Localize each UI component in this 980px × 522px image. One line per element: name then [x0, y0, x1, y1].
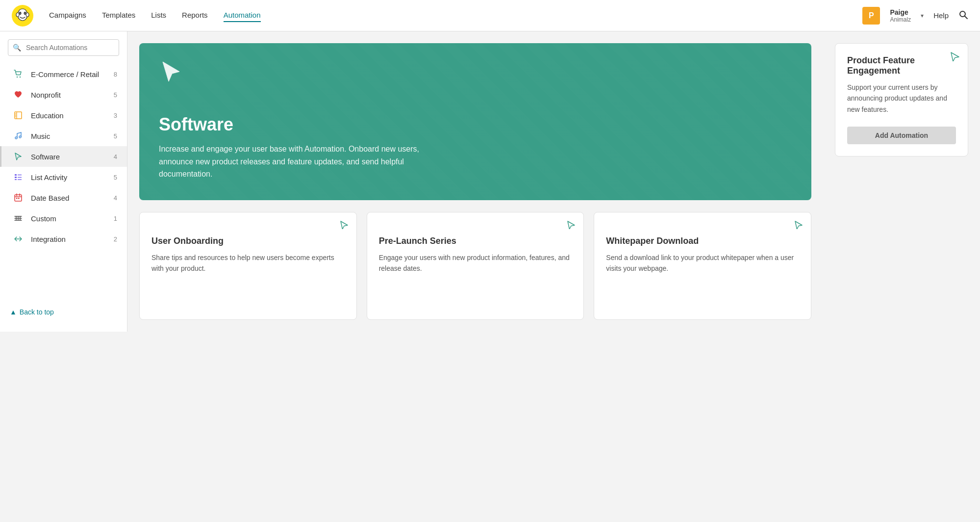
sidebar-item-integration[interactable]: Integration 2 [0, 229, 127, 249]
list-icon [11, 173, 25, 182]
sidebar-software-label: Software [31, 153, 114, 161]
sidebar-item-music[interactable]: Music 5 [0, 126, 127, 146]
sidebar-search-icon: 🔍 [13, 44, 21, 52]
sidebar-item-ecommerce[interactable]: E-Commerce / Retail 8 [0, 64, 127, 84]
heart-icon [11, 90, 25, 99]
nav-campaigns[interactable]: Campaigns [49, 9, 86, 22]
svg-point-11 [20, 77, 21, 78]
hero-title: Software [159, 114, 792, 135]
hero-description: Increase and engage your user base with … [159, 143, 453, 181]
sidebar-item-list-activity[interactable]: List Activity 5 [0, 167, 127, 187]
card-onboarding-desc: Share tips and resources to help new use… [151, 252, 345, 274]
search-icon[interactable] [958, 10, 968, 22]
book-icon [11, 111, 25, 120]
user-chevron-icon[interactable]: ▾ [921, 12, 924, 19]
sidebar-education-count: 3 [114, 112, 117, 119]
svg-point-7 [25, 13, 25, 14]
sidebar-music-label: Music [31, 132, 114, 140]
card-onboarding-title: User Onboarding [151, 236, 345, 246]
hero-cursor-icon [159, 59, 184, 90]
user-info: Paige Animalz [890, 8, 911, 23]
sidebar-integration-count: 2 [114, 235, 117, 243]
page-body: 🔍 E-Commerce / Retail 8 Nonprofit [0, 31, 980, 332]
nav-links: Campaigns Templates Lists Reports Automa… [49, 9, 862, 22]
sidebar-music-count: 5 [114, 132, 117, 140]
nav-automation[interactable]: Automation [224, 9, 261, 22]
cursor-icon-onboarding [340, 220, 349, 231]
calendar-icon [11, 193, 25, 202]
card-user-onboarding: User Onboarding Share tips and resources… [139, 212, 357, 320]
card-prelaunch: Pre-Launch Series Engage your users with… [367, 212, 584, 320]
user-avatar[interactable]: P [862, 7, 880, 25]
hero-card: Software Increase and engage your user b… [139, 43, 811, 200]
arrows-icon [11, 235, 25, 243]
svg-rect-16 [15, 177, 17, 178]
svg-point-13 [15, 137, 17, 139]
right-panel: Product Feature Engagement Support your … [823, 31, 980, 332]
svg-point-6 [20, 13, 21, 14]
back-to-top-label: Back to top [20, 308, 54, 316]
main-content: Software Increase and engage your user b… [127, 31, 823, 332]
feature-card-title: Product Feature Engagement [847, 55, 956, 76]
card-whitepaper-desc: Send a download link to your product whi… [606, 252, 799, 274]
nav-templates[interactable]: Templates [102, 9, 135, 22]
sidebar-software-count: 4 [114, 153, 117, 160]
sidebar-ecommerce-count: 8 [114, 71, 117, 78]
sidebar-item-date-based[interactable]: Date Based 4 [0, 187, 127, 208]
bars-icon [11, 214, 25, 223]
svg-rect-22 [16, 198, 18, 199]
sidebar-item-education[interactable]: Education 3 [0, 105, 127, 126]
svg-line-9 [965, 16, 967, 19]
sidebar-date-based-count: 4 [114, 194, 117, 202]
cursor-icon-feature [950, 52, 960, 64]
sidebar-nonprofit-label: Nonprofit [31, 91, 114, 99]
sidebar-item-nonprofit[interactable]: Nonprofit 5 [0, 84, 127, 105]
sidebar-list-activity-count: 5 [114, 174, 117, 181]
help-link[interactable]: Help [933, 11, 949, 20]
search-input[interactable] [8, 39, 119, 56]
user-name: Paige [890, 8, 911, 16]
sidebar-date-based-label: Date Based [31, 194, 114, 202]
cursor-icon-prelaunch [567, 220, 576, 231]
card-prelaunch-title: Pre-Launch Series [379, 236, 572, 246]
svg-rect-15 [15, 174, 17, 176]
feature-card-description: Support your current users by announcing… [847, 82, 956, 115]
sidebar-education-label: Education [31, 111, 114, 120]
svg-point-14 [19, 136, 21, 138]
sidebar-item-software[interactable]: Software 4 [0, 146, 127, 167]
card-whitepaper-title: Whitepaper Download [606, 236, 799, 246]
card-prelaunch-desc: Engage your users with new product infor… [379, 252, 572, 274]
chevron-up-icon: ▲ [10, 308, 17, 316]
cursor-icon-whitepaper [794, 220, 803, 231]
svg-rect-17 [15, 179, 17, 180]
sidebar-integration-label: Integration [31, 235, 114, 243]
sidebar-custom-count: 1 [114, 215, 117, 222]
nav-reports[interactable]: Reports [182, 9, 208, 22]
logo[interactable] [12, 5, 33, 26]
sidebar-custom-label: Custom [31, 214, 114, 223]
music-icon [11, 131, 25, 140]
sidebar-list-activity-label: List Activity [31, 173, 114, 182]
add-automation-button[interactable]: Add Automation [847, 127, 956, 144]
topnav-right: P Paige Animalz ▾ Help [862, 7, 968, 25]
nav-lists[interactable]: Lists [151, 9, 166, 22]
sidebar-ecommerce-label: E-Commerce / Retail [31, 70, 114, 78]
top-navigation: Campaigns Templates Lists Reports Automa… [0, 0, 980, 31]
card-whitepaper: Whitepaper Download Send a download link… [594, 212, 811, 320]
svg-point-4 [16, 13, 19, 17]
user-org: Animalz [890, 16, 911, 23]
sidebar: 🔍 E-Commerce / Retail 8 Nonprofit [0, 31, 127, 332]
cursor-icon [11, 152, 25, 161]
automation-cards-grid: User Onboarding Share tips and resources… [139, 212, 811, 320]
feature-card: Product Feature Engagement Support your … [835, 43, 968, 157]
sidebar-search-wrapper: 🔍 [8, 39, 119, 56]
svg-point-5 [26, 13, 29, 17]
svg-point-10 [17, 77, 18, 78]
sidebar-item-custom[interactable]: Custom 1 [0, 208, 127, 229]
back-to-top[interactable]: ▲ Back to top [0, 300, 127, 324]
cart-icon [11, 70, 25, 78]
sidebar-nonprofit-count: 5 [114, 91, 117, 99]
svg-rect-23 [18, 198, 20, 199]
